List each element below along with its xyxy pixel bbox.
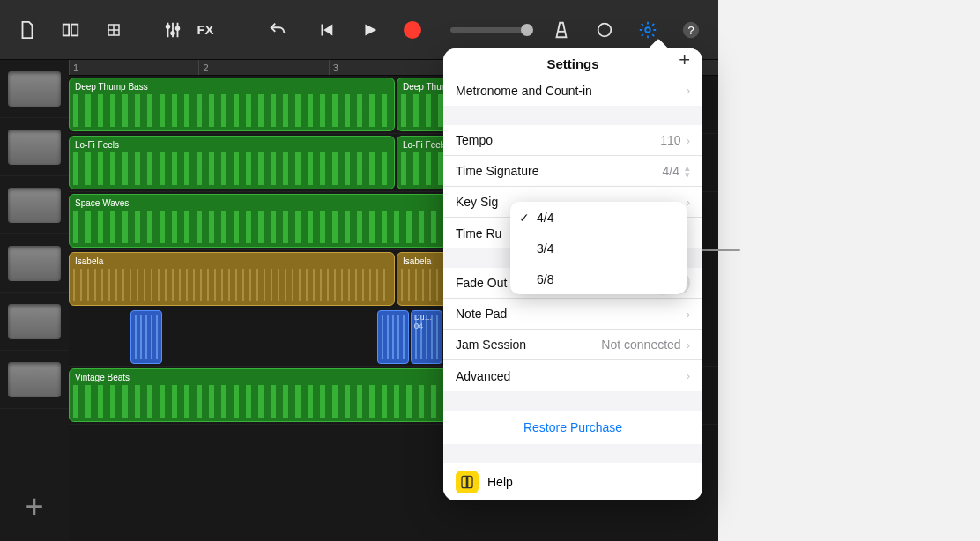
- offscreen-background: [718, 0, 980, 541]
- chevron-right-icon: ›: [687, 134, 690, 147]
- shaker-icon: [8, 246, 61, 281]
- region[interactable]: Lo-Fi Feels: [69, 136, 395, 189]
- new-project-icon[interactable]: [9, 11, 47, 49]
- time-signature-dropdown[interactable]: 4/43/46/8: [510, 202, 687, 294]
- tempo-label: Tempo: [456, 133, 493, 147]
- advanced-label: Advanced: [456, 369, 510, 383]
- view-layout-icon[interactable]: [52, 11, 90, 49]
- app-window: FX ? + 12345 Deep Thump BassDeep ThumLo-…: [0, 0, 980, 541]
- time-ruler-label: Time Ru: [456, 226, 501, 241]
- waveform-icon: [135, 315, 158, 359]
- rewind-icon[interactable]: [308, 11, 345, 49]
- restore-purchase-button[interactable]: Restore Purchase: [443, 411, 702, 444]
- svg-point-4: [171, 31, 174, 34]
- svg-rect-0: [63, 24, 69, 35]
- region-label: Deep Thump Bass: [75, 82, 148, 92]
- metronome-label: Metronome and Count-in: [456, 84, 592, 98]
- key-signature-label: Key Sig: [456, 195, 498, 209]
- drum-machine-icon: [8, 130, 61, 165]
- help-book-icon: [456, 471, 479, 493]
- region-content: [73, 269, 390, 301]
- region-label: Deep Thum: [403, 82, 449, 92]
- region-label: Isabela: [75, 256, 103, 266]
- waveform-icon: [415, 315, 438, 359]
- region[interactable]: Vintage Beats: [69, 368, 457, 422]
- region-content: [73, 152, 390, 185]
- help-row[interactable]: Help: [443, 463, 702, 500]
- chevron-right-icon: ›: [687, 338, 690, 352]
- fx-button[interactable]: FX: [197, 11, 213, 49]
- svg-rect-1: [71, 24, 78, 35]
- instrument-cell-shaker[interactable]: [0, 234, 69, 293]
- settings-popover: Settings + Metronome and Count-in › Temp…: [443, 48, 702, 500]
- volume-slider[interactable]: [450, 27, 528, 33]
- region[interactable]: Deep Thump Bass: [69, 78, 395, 131]
- jam-session-value: Not connected: [601, 337, 680, 352]
- help-icon[interactable]: ?: [672, 11, 709, 49]
- audio-clip[interactable]: [377, 310, 409, 364]
- sampler-icon: [8, 304, 61, 339]
- region[interactable]: Isabela: [69, 252, 395, 306]
- ruler-tick: 1: [69, 60, 198, 75]
- time-signature-value: 4/4: [663, 164, 679, 178]
- svg-point-5: [176, 26, 180, 30]
- keyboard-icon: [8, 188, 61, 223]
- metronome-icon[interactable]: [542, 11, 580, 49]
- loop-icon[interactable]: [585, 11, 623, 49]
- tempo-value: 110: [660, 133, 680, 147]
- time-signature-option[interactable]: 4/4: [510, 202, 687, 233]
- region-label: Lo-Fi Feels: [75, 140, 119, 150]
- settings-title: Settings: [443, 56, 702, 71]
- ruler-tick: 2: [198, 60, 328, 75]
- region-content: [73, 385, 452, 418]
- play-icon[interactable]: [351, 11, 389, 49]
- undo-icon[interactable]: [259, 11, 297, 49]
- chevron-right-icon: ›: [687, 369, 690, 382]
- instrument-column: +: [0, 60, 69, 541]
- region-content: [73, 211, 452, 243]
- grid-icon[interactable]: [95, 11, 133, 49]
- time-signature-option[interactable]: 6/8: [510, 263, 687, 294]
- chevron-right-icon: ›: [687, 84, 690, 97]
- updown-icon: ▴▾: [685, 164, 690, 178]
- region-content: [73, 94, 390, 127]
- sampler-2-icon: [8, 362, 61, 397]
- audio-clip[interactable]: [130, 310, 162, 364]
- instrument-cell-synth[interactable]: [0, 60, 69, 118]
- svg-text:?: ?: [687, 23, 694, 36]
- tempo-row[interactable]: Tempo 110›: [443, 125, 702, 156]
- audio-clip[interactable]: Du…04: [411, 310, 442, 364]
- advanced-row[interactable]: Advanced ›: [443, 360, 702, 391]
- help-label: Help: [487, 475, 513, 489]
- instrument-cell-sampler[interactable]: [0, 293, 69, 351]
- chevron-right-icon: ›: [687, 308, 690, 321]
- svg-point-3: [167, 25, 170, 28]
- instrument-cell-drum-machine[interactable]: [0, 118, 69, 176]
- region-label: Isabela: [403, 256, 431, 266]
- fade-out-label: Fade Out: [456, 276, 507, 290]
- add-track-button[interactable]: +: [9, 481, 60, 532]
- mixer-icon[interactable]: [154, 11, 192, 49]
- svg-point-7: [645, 27, 650, 33]
- note-pad-row[interactable]: Note Pad ›: [443, 299, 702, 330]
- record-icon[interactable]: [393, 11, 431, 49]
- waveform-icon: [382, 315, 405, 359]
- time-signature-option[interactable]: 3/4: [510, 233, 687, 263]
- jam-session-label: Jam Session: [456, 337, 526, 352]
- region[interactable]: Space Waves: [69, 194, 457, 248]
- note-pad-label: Note Pad: [456, 307, 507, 321]
- instrument-cell-keyboard[interactable]: [0, 176, 69, 234]
- chevron-right-icon: ›: [687, 196, 690, 209]
- metronome-row[interactable]: Metronome and Count-in ›: [443, 75, 702, 106]
- ruler-tick: 3: [329, 60, 458, 75]
- time-signature-row[interactable]: Time Signature 4/4▴▾: [443, 156, 702, 187]
- instrument-cell-sampler-2[interactable]: [0, 351, 69, 409]
- region-label: Space Waves: [75, 198, 129, 208]
- synth-icon: [8, 71, 61, 107]
- svg-point-6: [598, 23, 611, 36]
- time-signature-label: Time Signature: [456, 164, 538, 178]
- region-label: Lo-Fi Feels: [403, 140, 447, 150]
- region-label: Vintage Beats: [75, 373, 130, 382]
- jam-session-row[interactable]: Jam Session Not connected›: [443, 330, 702, 360]
